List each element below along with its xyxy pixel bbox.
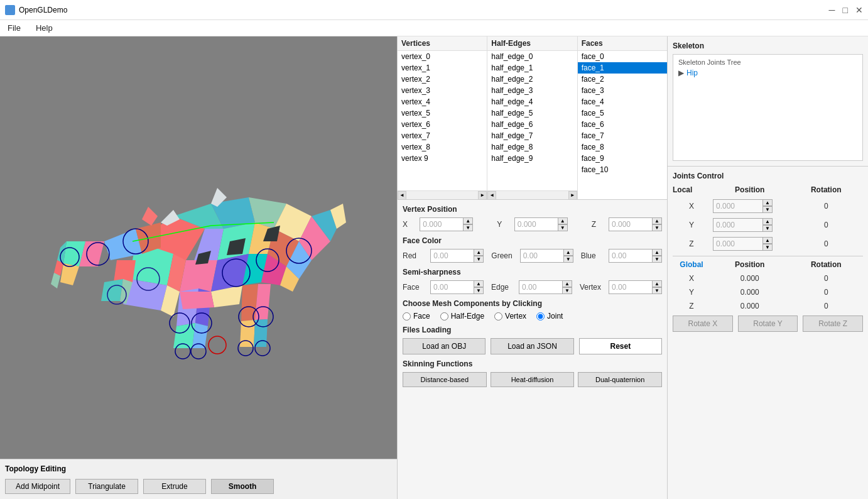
add-midpoint-button[interactable]: Add Midpoint [5,479,70,494]
smooth-button[interactable]: Smooth [211,479,274,494]
vertex-item[interactable]: vertex_7 [398,130,487,141]
mc-joint-option[interactable]: Joint [536,312,563,321]
ss-vertex-up[interactable]: ▲ [652,280,662,287]
vp-x-dn[interactable]: ▼ [463,224,473,231]
fc-green-up[interactable]: ▲ [563,249,573,256]
reset-button[interactable]: Reset [579,338,662,354]
fc-blue-spin[interactable]: ▲▼ [652,249,662,263]
fc-green-dn[interactable]: ▼ [563,256,573,263]
vertex-item[interactable]: vertex_2 [398,74,487,85]
rotate-x-button[interactable]: Rotate X [673,315,733,332]
skeleton-tree-hip[interactable]: ▶ Hip [676,67,860,79]
he-scroll-right[interactable]: ► [568,191,577,200]
half-edge-item[interactable]: half_edge_9 [487,153,577,164]
menu-file[interactable]: File [3,22,26,34]
mc-vertex-radio[interactable] [494,312,502,321]
fc-red-input[interactable] [430,249,474,263]
vertex-item[interactable]: vertex_4 [398,96,487,107]
half-edge-item[interactable]: half_edge_4 [487,96,577,107]
local-z-pos-spin[interactable]: ▲▼ [762,237,773,251]
rotate-y-button[interactable]: Rotate Y [738,315,798,332]
load-obj-button[interactable]: Load an OBJ [403,338,486,354]
lx-pos-dn[interactable]: ▼ [762,206,773,213]
vertices-scroll-right[interactable]: ► [478,191,487,200]
face-item[interactable]: face_6 [578,119,667,130]
face-item[interactable]: face_2 [578,74,667,85]
face-item[interactable]: face_1 [578,62,667,74]
vp-y-spin[interactable]: ▲▼ [558,217,568,231]
vertices-list[interactable]: vertex_0vertex_1vertex_2vertex_3vertex_4… [398,51,487,190]
half-edge-item[interactable]: half_edge_7 [487,130,577,141]
half-edge-item[interactable]: half_edge_2 [487,74,577,85]
faces-list[interactable]: face_0face_1face_2face_3face_4face_5face… [578,51,667,199]
fc-blue-input[interactable] [609,249,653,263]
half-edges-list[interactable]: half_edge_0half_edge_1half_edge_2half_ed… [487,51,577,190]
triangulate-button[interactable]: Triangulate [75,479,138,494]
vertices-hscroll[interactable]: ◄ ► [398,190,487,199]
half-edge-item[interactable]: half_edge_8 [487,141,577,153]
vp-x-spin[interactable]: ▲▼ [463,217,473,231]
ss-vertex-dn[interactable]: ▼ [652,287,662,294]
lz-pos-dn[interactable]: ▼ [762,244,773,251]
face-item[interactable]: face_10 [578,164,667,175]
ss-face-up[interactable]: ▲ [474,280,484,287]
vertex-item[interactable]: vertex_6 [398,119,487,130]
vertex-item[interactable]: vertex 9 [398,153,487,164]
vp-z-input[interactable] [609,217,653,231]
face-item[interactable]: face_7 [578,130,667,141]
face-item[interactable]: face_4 [578,96,667,107]
maximize-button[interactable]: □ [843,5,848,15]
face-item[interactable]: face_9 [578,153,667,164]
vp-y-input[interactable] [514,217,558,231]
load-json-button[interactable]: Load an JSON [491,338,573,354]
vp-y-up[interactable]: ▲ [558,217,568,224]
ss-edge-input[interactable] [519,280,563,294]
local-x-pos-input[interactable] [713,199,763,213]
vp-y-dn[interactable]: ▼ [558,224,568,231]
fc-green-input[interactable] [520,249,564,263]
mc-joint-radio[interactable] [536,312,545,321]
rotate-z-button[interactable]: Rotate Z [803,315,863,332]
vp-z-spin[interactable]: ▲▼ [652,217,662,231]
half-edge-item[interactable]: half_edge_3 [487,85,577,96]
ss-face-dn[interactable]: ▼ [474,287,484,294]
vertex-item[interactable]: vertex_5 [398,107,487,119]
mc-face-radio[interactable] [403,312,411,321]
ly-pos-up[interactable]: ▲ [762,218,773,225]
hip-label[interactable]: Hip [686,69,698,77]
vertex-item[interactable]: vertex_8 [398,141,487,153]
fc-green-spin[interactable]: ▲▼ [563,249,573,263]
local-y-pos-spin[interactable]: ▲▼ [762,218,773,232]
minimize-button[interactable]: ─ [829,5,835,15]
face-item[interactable]: face_8 [578,141,667,153]
half-edge-item[interactable]: half_edge_1 [487,62,577,74]
vertices-scroll-left[interactable]: ◄ [398,191,406,200]
ss-vertex-spin[interactable]: ▲▼ [652,280,662,294]
he-scroll-left[interactable]: ◄ [487,191,496,200]
ss-edge-dn[interactable]: ▼ [562,287,572,294]
half-edge-item[interactable]: half_edge_0 [487,51,577,62]
heat-button[interactable]: Heat-diffusion [491,372,575,387]
ss-face-input[interactable] [430,280,474,294]
half-edge-item[interactable]: half_edge_5 [487,107,577,119]
vp-z-up[interactable]: ▲ [652,217,662,224]
close-button[interactable]: ✕ [855,5,863,15]
fc-blue-up[interactable]: ▲ [652,249,662,256]
fc-red-up[interactable]: ▲ [474,249,484,256]
extrude-button[interactable]: Extrude [143,479,206,494]
local-y-pos-input[interactable] [713,218,763,232]
vp-z-dn[interactable]: ▼ [652,224,662,231]
vp-x-input[interactable] [420,217,464,231]
ly-pos-dn[interactable]: ▼ [762,225,773,232]
mc-halfedge-radio[interactable] [440,312,448,321]
vertex-item[interactable]: vertex_0 [398,51,487,62]
local-x-pos-spin[interactable]: ▲▼ [762,199,773,213]
distance-button[interactable]: Distance-based [403,372,487,387]
mc-face-option[interactable]: Face [403,312,430,321]
mc-halfedge-option[interactable]: Half-Edge [440,312,484,321]
local-z-pos-input[interactable] [713,237,763,251]
fc-red-spin[interactable]: ▲▼ [474,249,484,263]
ss-edge-up[interactable]: ▲ [562,280,572,287]
lx-pos-up[interactable]: ▲ [762,199,773,206]
vertex-item[interactable]: vertex_1 [398,62,487,74]
